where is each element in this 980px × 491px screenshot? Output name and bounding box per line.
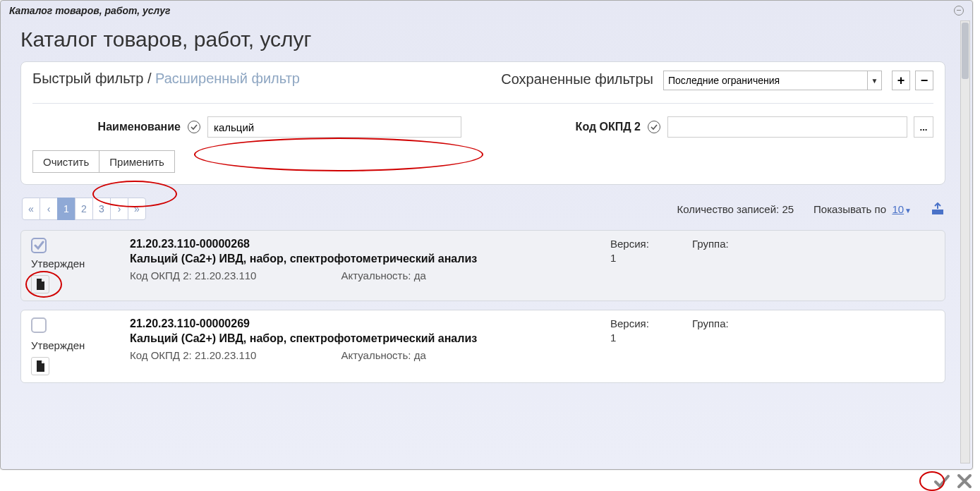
tab-quick-filter[interactable]: Быстрый фильтр [32,71,143,86]
item-status: Утвержден [31,257,116,269]
remove-filter-button[interactable]: − [915,71,933,90]
footer-icons [933,471,973,491]
item-version-label: Версия: [610,317,667,329]
item-checkbox-wrapper [31,238,47,254]
saved-filters-select[interactable]: Последние ограничения [663,71,868,90]
filter-panel: Быстрый фильтр / Расширенный фильтр Сохр… [20,61,945,185]
item-actual: Актуальность: да [341,269,425,281]
filter-actions: Очистить Применить [32,150,933,173]
page: Каталог товаров, работ, услуг Быстрый фи… [6,20,960,463]
item-group-label: Группа: [692,317,729,329]
pager-next[interactable]: › [110,198,128,220]
page-title: Каталог товаров, работ, услуг [20,28,945,51]
pager-page-2[interactable]: 2 [75,198,93,220]
window-controls [954,6,964,16]
okpd-lookup-button[interactable]: ... [914,116,933,138]
okpd-filter-check-icon[interactable] [648,121,660,133]
select-caret-icon[interactable]: ▼ [868,71,882,90]
item-name: Кальций (Ca2+) ИВД, набор, спектрофотоме… [130,332,610,345]
dialog-window: Каталог товаров, работ, услуг Каталог то… [0,0,973,470]
item-okpd: Код ОКПД 2: 21.20.23.110 [130,269,256,281]
okpd-filter-input[interactable] [667,116,907,138]
saved-filters-group: Сохраненные фильтры Последние ограничени… [501,71,933,90]
filter-tabs: Быстрый фильтр / Расширенный фильтр [32,71,300,87]
pager: « ‹ 1 2 3 › » [22,198,146,220]
item-group-label: Группа: [692,238,729,250]
pager-page-3[interactable]: 3 [92,198,111,220]
viewport: Каталог товаров, работ, услуг Быстрый фи… [6,20,960,463]
document-icon[interactable] [31,357,49,375]
item-version-value: 1 [610,332,667,344]
item-group-col: Группа: [692,238,729,293]
item-checkbox-wrapper [31,317,47,336]
item-actual: Актуальность: да [341,349,425,361]
minimize-icon[interactable] [954,6,964,16]
show-per-page: Показывать по 10▼ [813,203,912,215]
item-main: 21.20.23.110-00000269 Кальций (Ca2+) ИВД… [130,317,610,375]
pager-page-1[interactable]: 1 [57,198,75,220]
item-meta: Код ОКПД 2: 21.20.23.110 Актуальность: д… [130,349,610,361]
close-icon[interactable] [956,473,973,490]
item-version-col: Версия: 1 [610,238,667,293]
item-okpd: Код ОКПД 2: 21.20.23.110 [130,349,256,361]
item-body: 21.20.23.110-00000268 Кальций (Ca2+) ИВД… [130,238,935,293]
item-group-col: Группа: [692,317,729,375]
scroll-thumb[interactable] [962,23,969,79]
item-code: 21.20.23.110-00000269 [130,317,610,330]
item-meta: Код ОКПД 2: 21.20.23.110 Актуальность: д… [130,269,610,281]
item-name: Кальций (Ca2+) ИВД, набор, спектрофотоме… [130,253,610,265]
show-per-page-link[interactable]: 10 [892,203,904,215]
tabs-separator: / [147,71,152,86]
pager-first[interactable]: « [22,198,40,220]
tab-advanced-filter[interactable]: Расширенный фильтр [155,71,300,86]
window-title: Каталог товаров, работ, услуг [9,5,170,16]
confirm-icon[interactable] [933,473,950,490]
name-filter-label: Наименование [32,121,181,133]
okpd-filter-field: Код ОКПД 2 ... [521,116,933,138]
apply-button[interactable]: Применить [99,150,175,173]
item-left-col: Утвержден [31,238,116,293]
titlebar: Каталог товаров, работ, услуг [1,1,972,20]
filter-header-row: Быстрый фильтр / Расширенный фильтр Сохр… [32,71,933,104]
item-right: Версия: 1 Группа: [610,317,935,375]
item-left-col: Утвержден [31,317,116,375]
saved-filters-select-group: Последние ограничения ▼ [663,71,882,90]
list-item[interactable]: Утвержден 21.20.23.110-00000269 Кальций … [20,310,945,383]
name-filter-input[interactable] [207,116,461,138]
pager-prev[interactable]: ‹ [40,198,58,220]
saved-filters-label: Сохраненные фильтры [501,71,653,88]
name-filter-check-icon[interactable] [188,121,200,133]
add-filter-button[interactable]: + [892,71,910,90]
item-version-label: Версия: [610,238,667,250]
item-code: 21.20.23.110-00000268 [130,238,610,250]
pager-info: Количество записей: 25 Показывать по 10▼ [677,202,944,215]
vertical-scrollbar[interactable] [960,20,970,463]
item-status: Утвержден [31,339,116,351]
export-icon[interactable] [931,202,944,215]
item-version-col: Версия: 1 [610,317,667,375]
item-checkbox[interactable] [31,238,47,253]
pager-row: « ‹ 1 2 3 › » Количество записей: 25 Пок… [20,198,945,220]
caret-down-icon[interactable]: ▼ [905,207,912,214]
item-checkbox[interactable] [31,317,47,333]
item-version-value: 1 [610,252,667,264]
name-filter-field: Наименование [32,116,461,138]
document-icon[interactable] [31,275,49,293]
pager-last[interactable]: » [128,198,146,220]
list-item[interactable]: Утвержден 21.20.23.110-00000268 Кальций … [20,230,945,301]
item-body: 21.20.23.110-00000269 Кальций (Ca2+) ИВД… [130,317,935,375]
clear-button[interactable]: Очистить [32,150,99,173]
item-right: Версия: 1 Группа: [610,238,935,293]
records-count: Количество записей: 25 [677,203,794,215]
item-main: 21.20.23.110-00000268 Кальций (Ca2+) ИВД… [130,238,610,293]
okpd-filter-label: Код ОКПД 2 [521,121,641,133]
svg-rect-0 [932,210,943,214]
filter-fields-row: Наименование Код ОКПД 2 ... [32,116,933,138]
